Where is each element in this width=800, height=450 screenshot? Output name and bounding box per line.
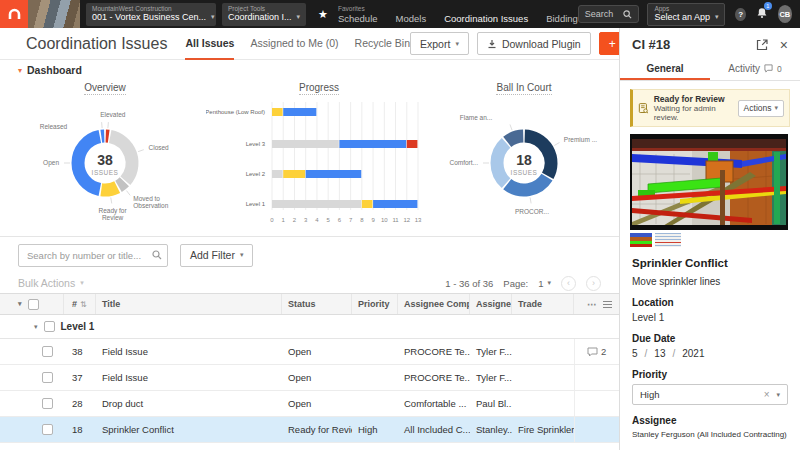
table-cell: Open (282, 365, 352, 390)
apps-selector[interactable]: Apps Select an App▾ (647, 3, 725, 26)
close-icon[interactable]: × (780, 40, 788, 50)
tab-all-issues[interactable]: All Issues (185, 28, 234, 60)
table-cell (574, 391, 620, 416)
column-trade[interactable]: Trade (512, 294, 574, 314)
progress-bar-chart: Penthouse (Low Roof)Level 3Level 2Level … (206, 96, 432, 234)
user-avatar[interactable]: CB (778, 5, 792, 23)
search-input[interactable] (18, 244, 168, 267)
group-row-level-1[interactable]: ▾ Level 1 (0, 315, 619, 339)
table-cell: Tyler F... (470, 365, 512, 390)
notifications-button[interactable]: 1 (756, 5, 768, 23)
issue-name: Sprinkler Conflict (632, 257, 788, 269)
due-year: 2021 (682, 348, 704, 359)
due-day: 13 (654, 348, 665, 359)
search-icon (623, 10, 632, 19)
clear-icon[interactable]: × (764, 389, 770, 400)
markup-snapshot-thumbnail[interactable] (655, 233, 681, 247)
project-photo-thumbnail[interactable] (28, 0, 80, 28)
tab-general[interactable]: General (620, 59, 710, 80)
column-priority[interactable]: Priority (352, 294, 398, 314)
top-navigation-bar: MountainWest Construction 001 - Vortex B… (0, 0, 800, 28)
row-checkbox[interactable] (42, 424, 53, 435)
pagination: 1 - 36 of 36 Page: 1▾ ‹ › (445, 276, 601, 291)
apps-selector-label: Apps (654, 5, 718, 12)
collapse-all-icon[interactable]: ▾ (18, 300, 22, 308)
assignee-label: Assignee (632, 415, 788, 426)
help-icon[interactable]: ? (735, 8, 745, 21)
dashboard-charts: Overview ElevatedClosedMoved toObservati… (0, 80, 619, 236)
chevron-down-icon: ▾ (211, 12, 215, 22)
table-row[interactable]: 28Drop ductOpenComfortable ...Paul Bl... (0, 391, 619, 417)
table-cell: Open (282, 339, 352, 364)
table-cell (0, 417, 64, 442)
svg-text:Premium ...: Premium ... (564, 136, 597, 143)
tab-activity[interactable]: Activity 0 (710, 59, 800, 80)
global-search-box[interactable]: Search (578, 5, 640, 23)
nav-item-models[interactable]: Models (396, 13, 427, 24)
nav-item-bidding[interactable]: Bidding (546, 13, 578, 24)
row-checkbox[interactable] (42, 346, 53, 357)
row-checkbox[interactable] (42, 398, 53, 409)
model-snapshot-thumbnail[interactable] (630, 233, 652, 247)
group-label: Level 1 (61, 321, 95, 332)
nav-item-schedule[interactable]: Schedule (338, 13, 378, 24)
sort-icon[interactable]: ⇅ (80, 300, 87, 309)
svg-text:Flame an...: Flame an... (460, 114, 493, 121)
chevron-down-icon: ▾ (776, 391, 780, 399)
table-row[interactable]: 38Field IssueOpenPROCORE Te...Tyler F...… (0, 339, 619, 365)
svg-text:Ready forReview: Ready forReview (98, 207, 127, 221)
table-row[interactable]: 18Sprinkler ConflictReady for ReviewHigh… (0, 417, 619, 443)
nav-item-coordination-issues[interactable]: Coordination Issues (444, 13, 528, 24)
priority-select[interactable]: High ×▾ (632, 384, 788, 405)
add-filter-button[interactable]: Add Filter▾ (180, 244, 253, 267)
table-cell: PROCORE Te... (398, 339, 470, 364)
banner-status: Ready for Review (654, 94, 733, 104)
chart-title-progress: Progress (299, 82, 339, 95)
select-all-checkbox[interactable] (28, 299, 39, 310)
project-tools-selector[interactable]: Project Tools Coordination I...▾ (222, 3, 306, 26)
svg-text:9: 9 (371, 217, 375, 223)
priority-value: High (640, 389, 660, 400)
project-selector-label: MountainWest Construction (92, 5, 210, 12)
favorites-star-icon[interactable]: ★ (318, 8, 328, 21)
next-page-button[interactable]: › (586, 276, 601, 291)
svg-text:Level 1: Level 1 (246, 201, 266, 207)
column-status[interactable]: Status (282, 294, 352, 314)
table-row[interactable]: 37Field IssueOpenPROCORE Te...Tyler F... (0, 365, 619, 391)
export-button[interactable]: Export▾ (410, 32, 469, 55)
dashboard-toggle[interactable]: ▾ Dashboard (0, 60, 619, 80)
expand-icon[interactable] (756, 39, 768, 51)
due-date-field[interactable]: 5/13/2021 (632, 348, 788, 359)
bulk-actions-button[interactable]: Bulk Actions▾ (18, 277, 84, 289)
more-options-icon[interactable]: ⋯ (587, 299, 597, 310)
column-number[interactable]: # (72, 299, 77, 309)
table-cell (512, 391, 574, 416)
group-checkbox[interactable] (44, 321, 55, 332)
snapshot-thumbnails (630, 233, 790, 247)
project-selector[interactable]: MountainWest Construction 001 - Vortex B… (86, 3, 216, 26)
table-cell: 2 (574, 339, 620, 364)
tab-assigned-to-me[interactable]: Assigned to Me (0) (250, 28, 338, 60)
table-cell: 18 (64, 417, 96, 442)
tab-recycle-bin[interactable]: Recycle Bin (355, 28, 410, 60)
procore-logo[interactable] (0, 0, 28, 28)
status-banner: Ready for Review Waiting for admin revie… (630, 89, 790, 127)
page-select[interactable]: 1▾ (538, 278, 551, 289)
svg-text:4: 4 (315, 217, 319, 223)
actions-button[interactable]: Actions▾ (738, 100, 784, 117)
main-content: Coordination Issues All Issues Assigned … (0, 28, 620, 450)
model-viewport[interactable] (630, 134, 788, 230)
prev-page-button[interactable]: ‹ (561, 276, 576, 291)
column-settings-icon[interactable] (603, 301, 612, 308)
create-issue-button[interactable]: +Create Issue (599, 32, 620, 55)
favorites-label: Favorites (338, 5, 578, 12)
column-title[interactable]: Title (96, 294, 282, 314)
row-checkbox[interactable] (42, 372, 53, 383)
download-plugin-button[interactable]: Download Plugin (477, 32, 591, 55)
column-assignee[interactable]: Assignee (470, 294, 512, 314)
svg-text:3: 3 (304, 217, 308, 223)
table-cell (0, 391, 64, 416)
svg-text:10: 10 (381, 217, 388, 223)
column-assignee-company[interactable]: Assignee Company (398, 294, 470, 314)
svg-text:0: 0 (270, 217, 274, 223)
